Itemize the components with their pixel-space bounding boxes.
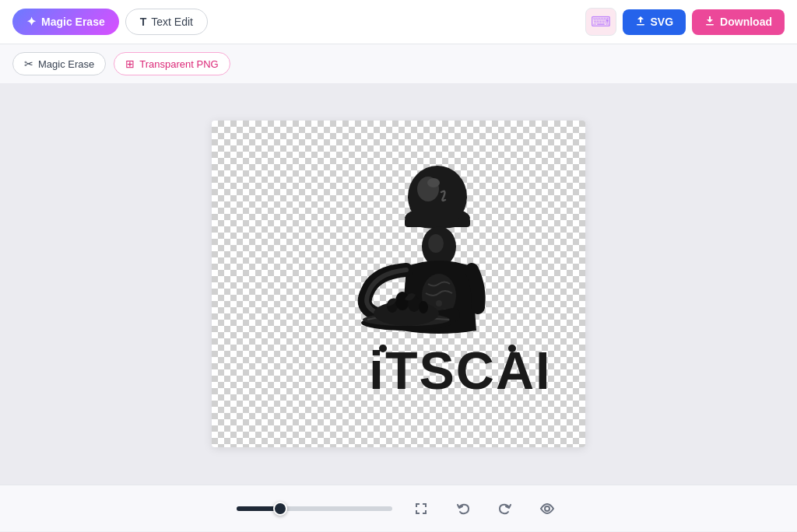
svg-point-19 <box>419 301 428 313</box>
keyboard-icon-button[interactable]: ⌨ <box>585 8 616 36</box>
slider-thumb[interactable] <box>273 502 287 516</box>
text-icon: T <box>140 16 147 28</box>
expand-button[interactable] <box>408 495 434 522</box>
eye-button[interactable] <box>534 495 560 522</box>
keyboard-icon: ⌨ <box>591 13 611 30</box>
chef-logo-svg: iTSCAI <box>251 144 546 424</box>
top-toolbar-right: ⌨ SVG Download <box>585 8 785 36</box>
zoom-slider-container[interactable] <box>237 506 392 511</box>
svg-rect-0 <box>637 24 644 26</box>
text-edit-button[interactable]: T Text Edit <box>125 9 208 35</box>
checkerboard-icon: ⊞ <box>125 58 135 70</box>
transparent-png-label: Transparent PNG <box>139 58 218 70</box>
svg-text:iTSCAI: iTSCAI <box>369 341 546 400</box>
redo-icon <box>497 501 513 516</box>
svg-button[interactable]: SVG <box>623 9 686 35</box>
sparkle-icon: ✦ <box>26 15 37 29</box>
magic-erase-outline-button[interactable]: ✂ Magic Erase <box>12 52 106 75</box>
svg-share-icon <box>635 16 646 29</box>
svg-point-4 <box>408 166 467 228</box>
undo-icon <box>455 501 471 516</box>
download-label: Download <box>720 16 772 28</box>
transparent-png-button[interactable]: ⊞ Transparent PNG <box>114 52 230 75</box>
svg-point-8 <box>428 234 444 253</box>
svg-point-6 <box>427 178 440 187</box>
svg-label: SVG <box>651 16 674 28</box>
canvas-area: iTSCAI <box>0 83 797 485</box>
download-button[interactable]: Download <box>692 9 785 35</box>
magic-erase-outline-label: Magic Erase <box>38 58 94 70</box>
magic-erase-label: Magic Erase <box>41 16 105 28</box>
logo-container: iTSCAI <box>251 144 546 424</box>
canvas-wrapper: iTSCAI <box>212 121 585 447</box>
svg-point-17 <box>395 292 409 310</box>
svg-point-23 <box>545 506 549 511</box>
bottom-bar <box>0 485 797 531</box>
slider-track[interactable] <box>237 506 392 511</box>
top-toolbar: ✦ Magic Erase T Text Edit ⌨ SVG <box>0 0 797 44</box>
svg-rect-1 <box>706 24 714 26</box>
redo-button[interactable] <box>492 495 518 522</box>
eye-icon <box>539 501 555 516</box>
expand-icon <box>413 501 429 516</box>
download-icon <box>704 16 715 29</box>
magic-erase-button[interactable]: ✦ Magic Erase <box>12 9 119 35</box>
undo-button[interactable] <box>450 495 476 522</box>
text-edit-label: Text Edit <box>151 16 193 28</box>
scissors-icon: ✂ <box>24 58 33 70</box>
svg-point-10 <box>436 300 442 306</box>
top-toolbar-left: ✦ Magic Erase T Text Edit <box>12 9 208 35</box>
second-toolbar: ✂ Magic Erase ⊞ Transparent PNG <box>0 44 797 83</box>
